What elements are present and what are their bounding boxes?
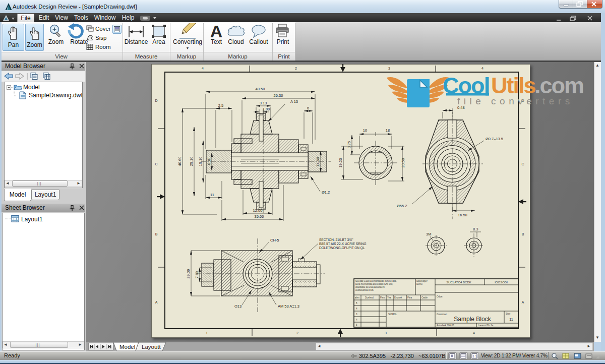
svg-text:3: 3	[385, 331, 387, 335]
svg-text:Layoutt: Layoutt	[142, 344, 161, 350]
svg-text:Ø0.7–13.5: Ø0.7–13.5	[486, 137, 503, 141]
svg-text:19.20: 19.20	[338, 158, 343, 168]
svg-text:3: 3	[388, 67, 390, 70]
svg-text:14.60: 14.60	[316, 157, 320, 167]
svg-text:alen: alen	[355, 296, 359, 299]
svg-text:DOLETWONG-OFUPIT ON QL: DOLETWONG-OFUPIT ON QL	[319, 246, 365, 250]
svg-text:1.00: 1.00	[263, 107, 270, 111]
svg-text:Sample Block: Sample Block	[454, 316, 491, 323]
svg-text:Utils: Utils	[491, 73, 535, 98]
svg-text:CH-5: CH-5	[270, 238, 279, 242]
svg-text:4: 4	[356, 308, 357, 310]
svg-text:Yea: Yea	[387, 296, 391, 299]
svg-text:3M: 3M	[426, 232, 431, 236]
svg-text:A: A	[155, 300, 158, 304]
svg-text:29.10: 29.10	[189, 157, 194, 166]
svg-text:0.10: 0.10	[207, 158, 211, 165]
svg-text:5: 5	[356, 324, 357, 326]
svg-text:A: A	[522, 300, 524, 304]
svg-text:35.00: 35.00	[255, 214, 264, 219]
svg-text:2: 2	[296, 331, 298, 335]
svg-text:11: 11	[509, 318, 513, 321]
svg-text:10: 10	[363, 128, 367, 133]
svg-text:8.3: 8.3	[473, 227, 478, 231]
svg-text:Customer:: Customer:	[437, 313, 447, 316]
svg-text:Lreaund Do 1a: Lreaund Do 1a	[478, 324, 494, 327]
svg-text:D: D	[155, 99, 157, 102]
svg-text:0.75: 0.75	[347, 141, 351, 149]
svg-text:Ø1.2: Ø1.2	[322, 190, 330, 195]
svg-text:ceoboedroa d Ob.: ceoboedroa d Ob.	[355, 289, 374, 291]
svg-text:O13: O13	[234, 304, 241, 309]
svg-text:AM 53 A‡1.3: AM 53 A‡1.3	[278, 304, 299, 309]
svg-text:1: 1	[206, 331, 208, 335]
svg-text:ckusbdsu ou elua aoeuroerk: ckusbdsu ou elua aoeuroerk	[355, 286, 385, 288]
svg-text:Fleo: Fleo	[380, 296, 385, 299]
svg-text:4: 4	[481, 67, 483, 70]
svg-text:Model: Model	[119, 344, 135, 350]
svg-text:11: 11	[210, 193, 214, 197]
svg-text:SIOROL: SIOROL	[388, 313, 397, 316]
svg-text:26.30: 26.30	[274, 93, 283, 98]
svg-text:B8S 5T AIS 22-X UCRIE SRING: B8S 5T AIS 22-X UCRIE SRING	[319, 242, 366, 246]
svg-text:C: C	[155, 162, 157, 166]
svg-text:2.5: 2.5	[218, 103, 223, 108]
svg-text:Enooek: Enooek	[394, 296, 402, 299]
svg-text:3: 3	[356, 313, 357, 316]
svg-text:Odoe:: Odoe:	[437, 295, 443, 298]
svg-text:4: 4	[473, 331, 475, 335]
svg-text:4: 4	[202, 67, 204, 70]
svg-text:16.50: 16.50	[458, 213, 467, 217]
svg-text:19.10: 19.10	[198, 157, 203, 166]
svg-text:Oatile: Oatile	[421, 296, 428, 299]
svg-text:Ø55.2: Ø55.2	[397, 204, 407, 208]
svg-text:Deme: Deme	[416, 283, 423, 285]
svg-text:Flea: Flea	[407, 296, 412, 299]
svg-text:A 13: A 13	[290, 99, 298, 104]
svg-text:7.69: 7.69	[195, 271, 199, 279]
svg-text:12.00: 12.00	[253, 208, 263, 213]
svg-text:20.50: 20.50	[401, 158, 405, 168]
svg-text:3.13: 3.13	[260, 101, 267, 105]
svg-text:2: 2	[295, 67, 297, 70]
svg-text:Seeodc G000 Diemcrooodk oerene: Seeodc G000 Diemcrooodk oerene dcc.	[355, 280, 397, 282]
svg-text:.com: .com	[534, 73, 583, 98]
svg-text:4: 4	[356, 319, 357, 321]
svg-text:1:1: 1:1	[473, 355, 477, 358]
svg-text:C: C	[521, 162, 524, 166]
svg-text:SECTION. 210-BT 3/X": SECTION. 210-BT 3/X"	[319, 238, 353, 241]
svg-text:40.60: 40.60	[177, 157, 182, 166]
svg-text:Sioe: Sioe	[506, 313, 511, 315]
svg-text:SUCLATO4 BCDK: SUCLATO4 BCDK	[446, 281, 471, 284]
svg-text:B: B	[155, 232, 158, 236]
svg-text:Dela Kremoroda anelecodk Chs O: Dela Kremoroda anelecodk Chs Okl,	[355, 283, 393, 285]
svg-text:IOOSODI: IOOSODI	[495, 281, 508, 284]
svg-text:5: 5	[356, 302, 357, 305]
svg-text:Autodesk OW 00: Autodesk OW 00	[437, 324, 454, 327]
svg-text:Doureoger: Doureoger	[416, 280, 428, 282]
svg-text:40.50: 40.50	[256, 87, 265, 91]
svg-text:B: B	[522, 232, 524, 236]
svg-text:39.09: 39.09	[186, 269, 191, 279]
svg-text:file converters: file converters	[457, 96, 574, 106]
svg-text:Dcelend: Dcelend	[365, 296, 374, 299]
svg-text:18: 18	[386, 128, 390, 133]
svg-text:6: 6	[307, 106, 309, 110]
